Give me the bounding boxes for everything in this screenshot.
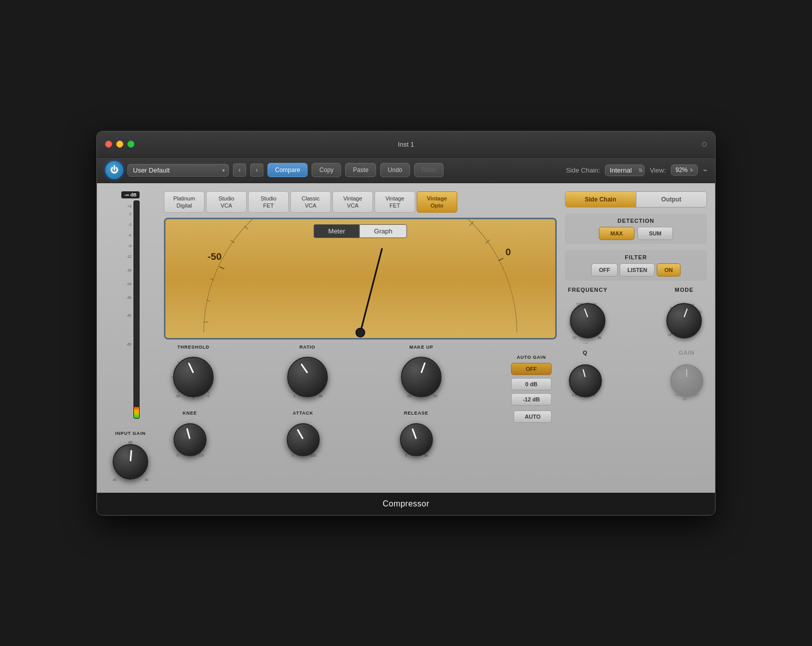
center-column: PlatinumDigital StudioVCA StudioFET Clas…	[164, 191, 557, 485]
mode-group: MODE LP BP HP ParEQ HS	[661, 287, 707, 344]
redo-button[interactable]: Redo	[414, 163, 444, 177]
title-bar: Inst 1 ⬡	[97, 131, 715, 158]
nav-back-button[interactable]: ‹	[233, 163, 246, 177]
nav-forward-button[interactable]: ›	[250, 163, 263, 177]
attack-knob[interactable]	[287, 423, 320, 456]
svg-line-3	[219, 267, 224, 269]
undo-button[interactable]: Undo	[380, 163, 410, 177]
link-icon[interactable]: ⌁	[703, 166, 707, 174]
makeup-knob[interactable]	[401, 357, 442, 397]
minimize-button[interactable]	[116, 141, 123, 148]
filter-on-button[interactable]: ON	[657, 263, 681, 277]
traffic-lights	[105, 141, 134, 148]
tab-studio-fet[interactable]: StudioFET	[248, 191, 289, 213]
q-group: Q 0.5 5	[565, 350, 605, 401]
release-group: RELEASE 5 5k ms	[395, 411, 437, 460]
mode-knob[interactable]	[666, 303, 702, 338]
svg-line-27	[486, 240, 490, 244]
release-knob[interactable]	[400, 423, 433, 456]
tab-studio-vca[interactable]: StudioVCA	[206, 191, 247, 213]
svg-line-28	[360, 249, 382, 333]
left-column: -∞ dB +3 0 -3 -6 -9 -12 -18 -24 -30 -40 …	[105, 191, 156, 485]
tab-vintage-opto[interactable]: VintageOpto	[417, 191, 457, 213]
frequency-title: FREQUENCY	[568, 287, 607, 293]
comp-tabs-row: PlatinumDigital StudioVCA StudioFET Clas…	[164, 191, 557, 213]
fullscreen-button[interactable]	[127, 141, 134, 148]
svg-text:50: 50	[433, 394, 437, 398]
detection-title: DETECTION	[569, 218, 703, 224]
main-panel: -∞ dB +3 0 -3 -6 -9 -12 -18 -24 -30 -40 …	[97, 183, 715, 493]
svg-point-29	[356, 328, 364, 337]
compare-button[interactable]: Compare	[267, 163, 308, 177]
svg-text:8k: 8k	[598, 336, 602, 339]
detection-max-button[interactable]: MAX	[599, 227, 634, 240]
sidechain-tab-button[interactable]: Side Chain	[565, 192, 636, 207]
controls-row-1: THRESHOLD -50 0 dB	[164, 345, 557, 405]
filter-btn-row: OFF LISTEN ON	[569, 263, 703, 277]
tab-platinum-digital[interactable]: PlatinumDigital	[164, 191, 205, 213]
close-button[interactable]	[105, 141, 112, 148]
graph-button[interactable]: Graph	[359, 224, 407, 238]
filter-off-button[interactable]: OFF	[591, 263, 618, 277]
frequency-group: FREQUENCY 32 520 2k 8k 130 Hz	[565, 287, 611, 344]
attack-group: ATTACK 0 200 ms	[282, 411, 324, 460]
filter-listen-button[interactable]: LISTEN	[620, 263, 655, 277]
power-icon: ⏻	[110, 165, 118, 175]
meter-button[interactable]: Meter	[314, 224, 359, 238]
release-label: RELEASE	[404, 411, 428, 416]
svg-text:-50: -50	[175, 394, 180, 398]
gain-knob[interactable]	[670, 364, 703, 397]
meter-graph-switch: Meter Graph	[314, 224, 407, 238]
svg-text:32: 32	[572, 336, 577, 339]
threshold-knob[interactable]	[173, 357, 214, 397]
svg-text:-50: -50	[208, 251, 222, 262]
threshold-group: THRESHOLD -50 0 dB	[169, 345, 218, 401]
tab-classic-vca[interactable]: ClassicVCA	[290, 191, 331, 213]
copy-button[interactable]: Copy	[312, 163, 341, 177]
paste-button[interactable]: Paste	[345, 163, 376, 177]
freq-mode-row: FREQUENCY 32 520 2k 8k 130 Hz	[565, 287, 707, 344]
svg-text:1.0: 1.0	[199, 454, 204, 457]
ratio-label: RATIO	[299, 345, 315, 350]
tab-vintage-vca[interactable]: VintageVCA	[332, 191, 373, 213]
svg-text:0: 0	[177, 454, 179, 457]
expand-icon[interactable]: ⬡	[702, 141, 707, 148]
sc-output-toggle: Side Chain Output	[565, 191, 707, 208]
toolbar: ⏻ User Default ▾ ‹ › Compare Copy Paste …	[97, 158, 715, 183]
auto-gain-minus12db-button[interactable]: -12 dB	[511, 393, 552, 405]
frequency-knob[interactable]	[570, 303, 605, 338]
auto-gain-off-button[interactable]: OFF	[511, 363, 552, 375]
auto-release-button[interactable]: AUTO	[514, 411, 552, 423]
sidechain-select[interactable]: Internal	[605, 164, 645, 176]
preset-select[interactable]: User Default	[127, 164, 229, 177]
tab-vintage-fet[interactable]: VintageFET	[375, 191, 415, 213]
ratio-knob[interactable]	[287, 357, 328, 397]
auto-gain-0db-button[interactable]: 0 dB	[511, 378, 552, 390]
toolbar-right: Side Chain: Internal ⇅ View: 92% ⇅ ⌁	[566, 164, 707, 176]
attack-label: ATTACK	[293, 411, 313, 416]
svg-text:-30: -30	[112, 478, 117, 482]
input-meter-assembly: +3 0 -3 -6 -9 -12 -18 -24 -30 -40 -60	[121, 200, 140, 419]
q-knob[interactable]	[569, 364, 602, 397]
svg-line-33	[208, 391, 209, 393]
zoom-value: 92%	[675, 166, 688, 174]
right-panel: Side Chain Output DETECTION MAX SUM FILT…	[565, 191, 707, 485]
svg-text:0: 0	[505, 247, 511, 257]
svg-text:Hz: Hz	[584, 342, 588, 344]
svg-text:30: 30	[319, 394, 323, 398]
detection-sum-button[interactable]: SUM	[637, 227, 673, 240]
makeup-group: MAKE UP -20 50 dB	[397, 345, 446, 401]
threshold-label: THRESHOLD	[177, 345, 209, 350]
svg-text:0: 0	[208, 394, 210, 398]
input-gain-label: INPUT GAIN	[115, 431, 146, 436]
zoom-control[interactable]: 92% ⇅	[671, 164, 698, 176]
knee-knob[interactable]	[174, 423, 207, 456]
filter-section: FILTER OFF LISTEN ON	[565, 250, 707, 281]
meter-display: Meter Graph -50 -30	[164, 218, 557, 339]
q-title: Q	[583, 350, 588, 356]
input-gain-knob[interactable]	[113, 444, 148, 480]
detection-btn-row: MAX SUM	[569, 227, 703, 240]
output-tab-button[interactable]: Output	[636, 192, 707, 207]
power-button[interactable]: ⏻	[105, 161, 123, 179]
svg-line-18	[231, 241, 234, 243]
